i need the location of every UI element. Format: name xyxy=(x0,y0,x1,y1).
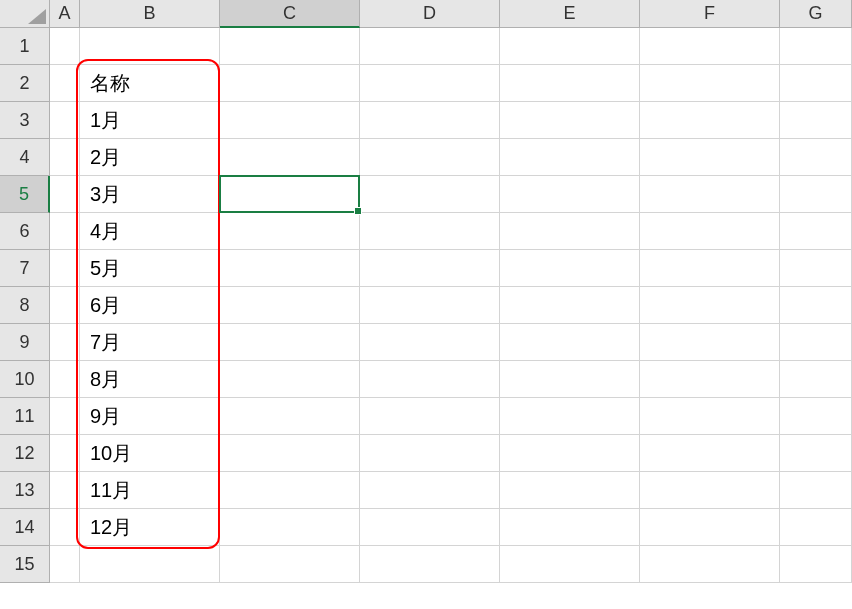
cell-a15[interactable] xyxy=(50,546,80,583)
cell-g5[interactable] xyxy=(780,176,852,213)
cell-d12[interactable] xyxy=(360,435,500,472)
cell-e10[interactable] xyxy=(500,361,640,398)
cell-a10[interactable] xyxy=(50,361,80,398)
row-header-14[interactable]: 14 xyxy=(0,509,50,546)
row-header-12[interactable]: 12 xyxy=(0,435,50,472)
column-header-g[interactable]: G xyxy=(780,0,852,28)
row-header-2[interactable]: 2 xyxy=(0,65,50,102)
cell-f3[interactable] xyxy=(640,102,780,139)
cell-f11[interactable] xyxy=(640,398,780,435)
cell-g14[interactable] xyxy=(780,509,852,546)
cell-g11[interactable] xyxy=(780,398,852,435)
cell-f7[interactable] xyxy=(640,250,780,287)
cell-g1[interactable] xyxy=(780,28,852,65)
cell-f12[interactable] xyxy=(640,435,780,472)
cell-d11[interactable] xyxy=(360,398,500,435)
cell-e11[interactable] xyxy=(500,398,640,435)
cell-a14[interactable] xyxy=(50,509,80,546)
cell-f9[interactable] xyxy=(640,324,780,361)
cell-e6[interactable] xyxy=(500,213,640,250)
row-header-10[interactable]: 10 xyxy=(0,361,50,398)
cell-d4[interactable] xyxy=(360,139,500,176)
cell-g13[interactable] xyxy=(780,472,852,509)
cell-f14[interactable] xyxy=(640,509,780,546)
cell-b2[interactable]: 名称 xyxy=(80,65,220,102)
cell-d10[interactable] xyxy=(360,361,500,398)
cell-e12[interactable] xyxy=(500,435,640,472)
cell-a6[interactable] xyxy=(50,213,80,250)
cell-c9[interactable] xyxy=(220,324,360,361)
cell-f5[interactable] xyxy=(640,176,780,213)
cell-f6[interactable] xyxy=(640,213,780,250)
cell-f4[interactable] xyxy=(640,139,780,176)
cell-b3[interactable]: 1月 xyxy=(80,102,220,139)
cell-f1[interactable] xyxy=(640,28,780,65)
cell-g12[interactable] xyxy=(780,435,852,472)
cell-d15[interactable] xyxy=(360,546,500,583)
cell-e4[interactable] xyxy=(500,139,640,176)
cell-c2[interactable] xyxy=(220,65,360,102)
cell-f15[interactable] xyxy=(640,546,780,583)
cell-e7[interactable] xyxy=(500,250,640,287)
cell-f10[interactable] xyxy=(640,361,780,398)
cell-e15[interactable] xyxy=(500,546,640,583)
cell-c14[interactable] xyxy=(220,509,360,546)
cell-b9[interactable]: 7月 xyxy=(80,324,220,361)
cell-e13[interactable] xyxy=(500,472,640,509)
cell-a3[interactable] xyxy=(50,102,80,139)
row-header-13[interactable]: 13 xyxy=(0,472,50,509)
cell-b10[interactable]: 8月 xyxy=(80,361,220,398)
row-header-4[interactable]: 4 xyxy=(0,139,50,176)
column-header-c[interactable]: C xyxy=(220,0,360,28)
cell-a5[interactable] xyxy=(50,176,80,213)
cell-d3[interactable] xyxy=(360,102,500,139)
cell-e1[interactable] xyxy=(500,28,640,65)
cell-b8[interactable]: 6月 xyxy=(80,287,220,324)
cell-e14[interactable] xyxy=(500,509,640,546)
cell-a13[interactable] xyxy=(50,472,80,509)
cell-a1[interactable] xyxy=(50,28,80,65)
cell-d5[interactable] xyxy=(360,176,500,213)
cell-a9[interactable] xyxy=(50,324,80,361)
cell-b13[interactable]: 11月 xyxy=(80,472,220,509)
cell-d8[interactable] xyxy=(360,287,500,324)
column-header-e[interactable]: E xyxy=(500,0,640,28)
cell-e5[interactable] xyxy=(500,176,640,213)
select-all-corner[interactable] xyxy=(0,0,50,28)
cell-b6[interactable]: 4月 xyxy=(80,213,220,250)
cell-e9[interactable] xyxy=(500,324,640,361)
cell-f8[interactable] xyxy=(640,287,780,324)
cell-d1[interactable] xyxy=(360,28,500,65)
cell-e2[interactable] xyxy=(500,65,640,102)
cell-e8[interactable] xyxy=(500,287,640,324)
cell-g8[interactable] xyxy=(780,287,852,324)
cell-f2[interactable] xyxy=(640,65,780,102)
cell-a11[interactable] xyxy=(50,398,80,435)
cell-c3[interactable] xyxy=(220,102,360,139)
cell-g15[interactable] xyxy=(780,546,852,583)
row-header-1[interactable]: 1 xyxy=(0,28,50,65)
cell-g4[interactable] xyxy=(780,139,852,176)
cell-b4[interactable]: 2月 xyxy=(80,139,220,176)
cell-c11[interactable] xyxy=(220,398,360,435)
cell-b11[interactable]: 9月 xyxy=(80,398,220,435)
cell-a4[interactable] xyxy=(50,139,80,176)
cell-g6[interactable] xyxy=(780,213,852,250)
cell-b12[interactable]: 10月 xyxy=(80,435,220,472)
cell-c13[interactable] xyxy=(220,472,360,509)
cell-d9[interactable] xyxy=(360,324,500,361)
cell-g10[interactable] xyxy=(780,361,852,398)
cell-c1[interactable] xyxy=(220,28,360,65)
cell-e3[interactable] xyxy=(500,102,640,139)
row-header-11[interactable]: 11 xyxy=(0,398,50,435)
cell-c15[interactable] xyxy=(220,546,360,583)
cell-b15[interactable] xyxy=(80,546,220,583)
cell-b5[interactable]: 3月 xyxy=(80,176,220,213)
row-header-9[interactable]: 9 xyxy=(0,324,50,361)
column-header-d[interactable]: D xyxy=(360,0,500,28)
cell-c7[interactable] xyxy=(220,250,360,287)
cell-g3[interactable] xyxy=(780,102,852,139)
row-header-7[interactable]: 7 xyxy=(0,250,50,287)
row-header-3[interactable]: 3 xyxy=(0,102,50,139)
cell-g7[interactable] xyxy=(780,250,852,287)
